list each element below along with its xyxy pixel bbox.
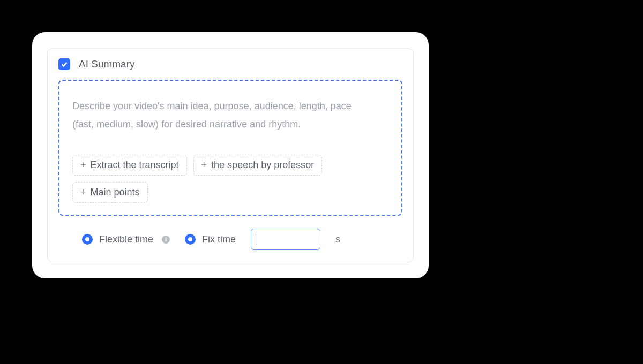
radio-label: Flexible time [99, 234, 153, 245]
prompt-placeholder: Describe your video's main idea, purpose… [72, 97, 372, 133]
radio-icon [82, 234, 93, 245]
plus-icon: + [80, 187, 86, 198]
chip-label: Extract the transcript [91, 160, 179, 171]
radio-flexible-time[interactable]: Flexible time i [82, 234, 170, 245]
time-options-row: Flexible time i Fix time s [58, 229, 402, 250]
ai-summary-title: AI Summary [79, 58, 135, 70]
chip-speech-professor[interactable]: + the speech by professor [193, 155, 323, 176]
prompt-textarea[interactable]: Describe your video's main idea, purpose… [58, 80, 402, 216]
radio-icon [185, 234, 196, 245]
radio-label: Fix time [202, 234, 236, 245]
chip-main-points[interactable]: + Main points [72, 182, 148, 203]
info-icon[interactable]: i [162, 236, 170, 244]
chip-label: Main points [91, 187, 140, 198]
radio-fix-time[interactable]: Fix time [185, 234, 236, 245]
chip-label: the speech by professor [211, 160, 314, 171]
ai-summary-checkbox[interactable] [58, 58, 70, 70]
header-row: AI Summary [58, 58, 402, 70]
chip-extract-transcript[interactable]: + Extract the transcript [72, 155, 187, 176]
suggestion-chips: + Extract the transcript + the speech by… [72, 155, 388, 203]
ai-summary-panel: AI Summary Describe your video's main id… [47, 48, 414, 262]
time-unit: s [335, 234, 340, 245]
fix-time-input[interactable] [251, 229, 320, 250]
text-cursor [257, 234, 257, 245]
plus-icon: + [201, 160, 207, 171]
plus-icon: + [80, 160, 86, 171]
settings-card: AI Summary Describe your video's main id… [32, 32, 429, 278]
